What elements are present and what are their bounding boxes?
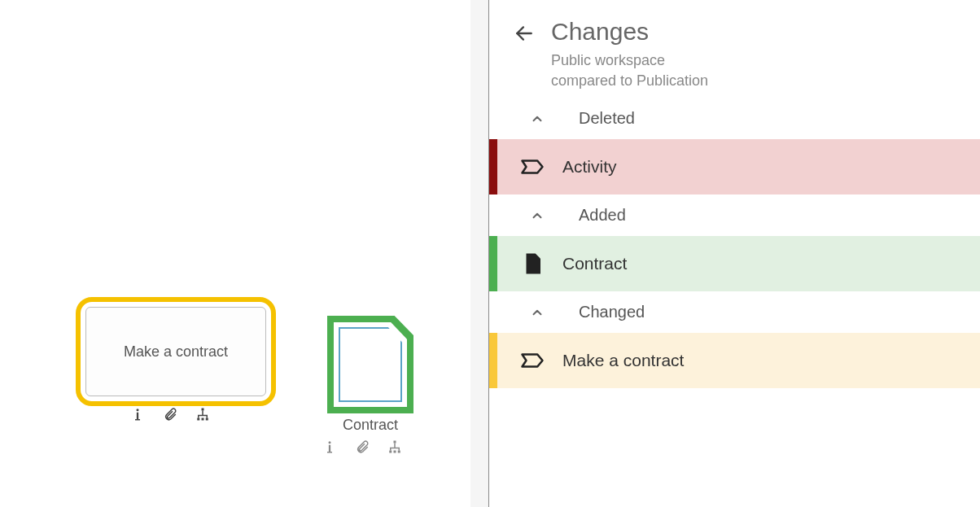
- section-label-deleted: Deleted: [579, 109, 635, 128]
- svg-rect-1: [137, 413, 138, 419]
- section-header-changed[interactable]: Changed: [489, 291, 980, 333]
- panel-title: Changes: [551, 18, 708, 46]
- hierarchy-icon[interactable]: [195, 407, 210, 422]
- svg-rect-10: [394, 441, 396, 444]
- hierarchy-icon[interactable]: [387, 439, 402, 454]
- info-icon[interactable]: [322, 439, 337, 454]
- svg-rect-4: [197, 418, 199, 421]
- panel-header: Changes Public workspace compared to Pub…: [489, 0, 980, 98]
- svg-rect-13: [398, 451, 400, 453]
- panel-divider: [470, 0, 488, 507]
- section-label-added: Added: [579, 206, 626, 225]
- svg-rect-6: [206, 418, 208, 421]
- diagram-canvas[interactable]: Make a contract Contract: [0, 0, 487, 507]
- section-label-changed: Changed: [579, 303, 645, 321]
- change-item-label: Activity: [562, 157, 617, 177]
- change-item-label: Contract: [562, 254, 627, 273]
- svg-rect-8: [329, 445, 330, 452]
- panel-subtitle: Public workspace compared to Publication: [551, 50, 708, 91]
- activity-node-toolbar: [130, 407, 210, 422]
- activity-icon: [520, 348, 545, 373]
- section-header-added[interactable]: Added: [489, 194, 980, 236]
- svg-rect-12: [394, 451, 396, 453]
- svg-rect-11: [389, 451, 392, 453]
- document-node[interactable]: [327, 316, 413, 413]
- attachment-icon[interactable]: [355, 439, 370, 454]
- document-label: Contract: [327, 417, 413, 434]
- svg-point-7: [329, 441, 331, 444]
- attachment-icon[interactable]: [163, 407, 177, 422]
- svg-rect-5: [202, 418, 204, 421]
- change-item-added[interactable]: Contract: [489, 236, 980, 291]
- section-header-deleted[interactable]: Deleted: [489, 98, 980, 139]
- change-item-changed[interactable]: Make a contract: [489, 333, 980, 388]
- chevron-up-icon: [530, 111, 545, 126]
- chevron-up-icon: [530, 305, 545, 320]
- info-icon[interactable]: [130, 407, 145, 422]
- document-node-toolbar: [322, 439, 402, 454]
- document-icon: [520, 251, 545, 276]
- change-item-label: Make a contract: [562, 351, 684, 370]
- svg-rect-3: [202, 409, 204, 411]
- activity-label: Make a contract: [85, 307, 266, 396]
- activity-icon: [520, 155, 545, 179]
- back-arrow-icon[interactable]: [514, 23, 535, 44]
- chevron-up-icon: [530, 208, 545, 223]
- svg-rect-2: [135, 419, 140, 421]
- svg-marker-16: [523, 355, 543, 367]
- changes-panel: Changes Public workspace compared to Pub…: [488, 0, 980, 507]
- svg-point-0: [137, 409, 139, 411]
- svg-marker-15: [523, 161, 543, 173]
- change-item-deleted[interactable]: Activity: [489, 139, 980, 194]
- svg-rect-9: [327, 452, 332, 453]
- activity-node[interactable]: Make a contract: [76, 297, 276, 406]
